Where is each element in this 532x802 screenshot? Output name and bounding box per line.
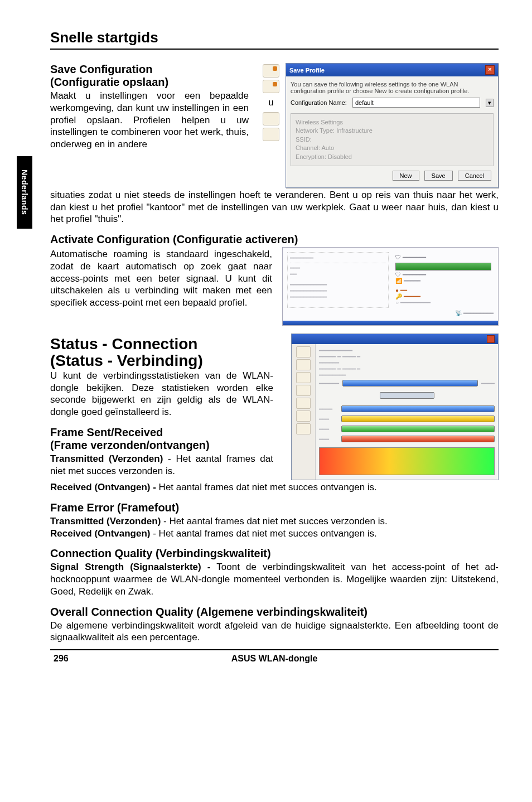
blurry-text: ━━━━━ ━ ━━━━ ━ [319,354,495,360]
blurry-text: 📶 ━━━━━ [395,278,491,284]
status-body: U kunt de verbindingsstatistieken van de… [50,370,273,418]
stat-bar [341,416,495,422]
wireless-settings-box: Wireless Settings Network Type: Infrastr… [291,113,494,166]
divider [50,49,499,50]
stat-bar [341,405,495,412]
side-icon[interactable] [296,359,311,370]
panel-footer [283,321,498,325]
received-text: Het aantal frames dat niet met succes on… [159,482,377,492]
blurry-text: ━━━━━━━━━━ [319,347,495,354]
activate-heading: Activate Configuration (Configuratie act… [50,233,499,246]
blurry-text: 🛡 ━━━━━━━ [395,254,491,260]
overall-heading: Overall Connection Quality (Algemene ver… [50,606,499,619]
received-label: Received (Ontvangen) - [50,482,159,492]
save-config-heading: Save Configuration [50,63,152,75]
language-tab: Nederlands [17,156,32,229]
new-button[interactable]: New [393,171,419,181]
blurry-text: ● ━━ [395,287,491,293]
quality-gradient [319,447,495,475]
dialog-hint: You can save the following wireless sett… [291,81,494,94]
blurry-text: ━━ [290,271,386,277]
frame-sr-heading: Frame Sent/Received [50,426,163,438]
side-icon[interactable] [296,423,311,434]
status-panel: ━━━━━━━━━━ ━━━━━ ━ ━━━━ ━ ━━━━━━ ━━━━━ ━… [291,334,499,480]
icon-strip: u [259,63,283,188]
progress-bar [395,263,491,270]
dropdown-icon[interactable]: ▾ [486,99,494,107]
blurry-text: ━━━━━━━━━━━ [290,288,386,294]
save-button[interactable]: Save [424,171,453,181]
fe-transmitted-label: Transmitted (Verzonden) [50,516,161,526]
blurry-text: ━━━━━━ [319,380,339,386]
grey-line: SSID: [296,136,489,144]
blurry-text: ○ ━━━━━━━━━ [395,299,491,306]
blurry-text: ━━━━━ ━ ━━━━ ━ [319,366,495,372]
signal-bar [342,380,478,386]
close-icon[interactable]: × [485,65,495,75]
page-title: Snelle startgids [50,29,499,46]
button-placeholder[interactable] [380,392,434,399]
frame-sr-subheading: (Frame verzonden/ontvangen) [50,439,210,451]
blurry-text: ━━━━ [319,406,338,412]
side-icon[interactable] [296,372,311,383]
side-icon[interactable] [296,410,311,422]
blurry-text: ━━━━━━ [319,360,495,366]
side-icon[interactable] [296,346,311,357]
config-name-input[interactable] [352,98,480,108]
blurry-text: 📡 ━━━━━━━━━ [287,308,494,316]
activate-body: Automatische roaming is standaard ingesc… [50,248,272,309]
blurry-text: ━━━ [290,265,386,271]
divider [50,649,499,650]
frame-error-heading: Frame Error (Framefout) [50,501,499,514]
fe-transmitted-text: - Het aantal frames dat niet met succes … [161,516,387,526]
overall-body: De algemene verbindingskwaliteit wordt a… [50,620,499,644]
stat-bar [341,436,495,442]
cutoff-letter: u [269,98,274,108]
grey-line: Encryption: Disabled [296,153,489,161]
toolbar-icon [263,112,279,125]
product-name: ASUS WLAN-dongle [231,654,318,664]
conn-quality-heading: Connection Quality (Verbindingskwaliteit… [50,547,499,560]
page-number: 296 [54,654,69,664]
blurry-text: ━━━━━━━━━━━ [290,294,386,300]
toolbar-icon [263,80,279,93]
blurry-text: 🔑 ━━━━━ [395,293,491,299]
toolbar-icon [263,128,279,141]
fe-received-label: Received (Ontvangen) [50,528,151,539]
blurry-text: ━━━━━━━ [290,255,386,263]
transmitted-label: Transmitted (Verzonden) [50,453,163,464]
blurry-text: ━━━ [319,416,338,422]
grey-line: Channel: Auto [296,144,489,152]
grey-line: Wireless Settings [296,118,489,127]
config-name-label: Configuration Name: [291,99,347,106]
save-config-body-narrow: Maakt u instellingen voor een bepaalde w… [50,90,249,151]
save-config-subheading: (Configuratie opslaan) [50,76,168,88]
signal-strength-label: Signal Strength (Signaalsterkte) - [50,562,210,572]
blurry-text: ━━━━━━━━ [319,372,495,378]
dialog-title: Save Profile [289,67,325,74]
stat-bar [341,426,495,432]
close-icon[interactable] [487,335,495,343]
blurry-text: 🛡 ━━━━━━━ [395,272,491,278]
status-subheading: (Status - Verbinding) [50,352,203,369]
status-heading: Status - Connection [50,335,197,352]
toolbar-icon [263,64,279,78]
grey-line: Network Type: Infrastructure [296,127,489,135]
side-icon[interactable] [296,398,311,409]
activate-panel: ━━━━━━━ ━━━ ━━ ━━━━━━━━━━━ ━━━━━━━━━━━ ━… [282,247,499,326]
fe-received-text: - Het aantal frames dat niet met succes … [151,528,377,539]
blurry-text: ━━━ [319,436,338,442]
cancel-button[interactable]: Cancel [458,171,491,181]
blurry-text: ━━━━━━━━━━━ [290,282,386,288]
blurry-text: ━━━━ [481,380,495,386]
save-profile-dialog: Save Profile × You can save the followin… [286,63,499,188]
side-icon[interactable] [296,385,311,396]
blurry-text: ━━━ [319,426,338,432]
save-config-body-full: situaties zodat u niet steeds de instell… [50,189,499,225]
